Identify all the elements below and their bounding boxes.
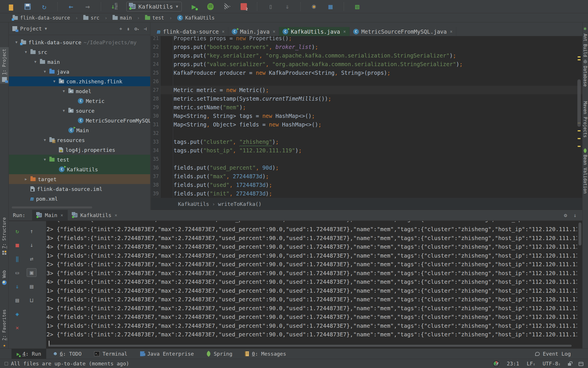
hide-panel-icon[interactable]: ⊣ bbox=[144, 26, 147, 32]
run-tab-main[interactable]: Main× bbox=[32, 210, 67, 221]
tree-expand-arrow[interactable]: ▼ bbox=[61, 109, 66, 113]
breadcrumb-class[interactable]: KafkaUtils bbox=[178, 201, 209, 207]
close-icon[interactable]: × bbox=[273, 29, 275, 34]
pause-output-icon[interactable]: ‖ bbox=[12, 254, 22, 263]
open-project-icon[interactable]: ▆ bbox=[6, 2, 16, 11]
tab-main-java[interactable]: CMain.java× bbox=[228, 27, 279, 36]
down-stack-trace-icon[interactable]: ↓ bbox=[27, 241, 36, 249]
sidebar-item-ant-build[interactable]: ✱Ant Build bbox=[581, 25, 588, 57]
back-icon[interactable]: ← bbox=[66, 2, 76, 11]
run-dock-icon[interactable]: ⇓ bbox=[573, 212, 577, 218]
sidebar-item-web[interactable]: Web bbox=[0, 269, 9, 287]
scroll-to-end-icon[interactable]: ▣ bbox=[27, 268, 36, 277]
close-icon[interactable]: × bbox=[115, 213, 117, 218]
synchronize-icon[interactable]: ↻ bbox=[40, 2, 49, 11]
toolwindow-button-spring[interactable]: Spring bbox=[201, 349, 237, 359]
close-icon[interactable]: × bbox=[61, 213, 63, 218]
collapse-all-icon[interactable]: ⇞ bbox=[127, 26, 130, 32]
run-settings-gear-icon[interactable]: ⚙ bbox=[564, 212, 567, 218]
project-hscrollbar[interactable] bbox=[12, 206, 92, 208]
tree-row-src[interactable]: ▼src bbox=[9, 47, 150, 57]
forward-icon[interactable]: → bbox=[83, 2, 92, 11]
show-screen-icon[interactable]: ▤ bbox=[12, 296, 22, 304]
toolwindow-button-todo[interactable]: ☻6: TODO bbox=[49, 349, 87, 359]
tree-row-com-zhisheng-flink[interactable]: ▼com.zhisheng.flink bbox=[9, 76, 150, 86]
console-hscrollbar[interactable] bbox=[49, 345, 572, 347]
run-configuration-select[interactable]: KafkaUtils ▼ bbox=[126, 2, 182, 12]
coverage-button[interactable] bbox=[223, 2, 232, 11]
tree-row-main[interactable]: ▼main bbox=[9, 57, 150, 67]
attach-profiler-icon[interactable]: ▯ bbox=[266, 2, 275, 11]
toolwindow-button-messages[interactable]: 0: Messages bbox=[240, 349, 291, 359]
unlock-icon[interactable] bbox=[568, 363, 571, 366]
breadcrumb-item-test[interactable]: test bbox=[144, 15, 165, 21]
tree-row-java[interactable]: ▼java bbox=[9, 67, 150, 76]
breadcrumb-item-src[interactable]: src bbox=[82, 15, 101, 21]
tree-row-source[interactable]: ▼source bbox=[9, 106, 150, 116]
dump-threads-icon[interactable]: ⇓ bbox=[283, 2, 292, 11]
tree-row-pom-xml[interactable]: mpom.xml bbox=[9, 194, 150, 204]
code-editor[interactable]: 21 Properties props = new Properties();2… bbox=[151, 36, 582, 198]
sidebar-item-database[interactable]: Database bbox=[581, 60, 588, 87]
console-vscrollbar[interactable] bbox=[579, 223, 581, 246]
gear-icon[interactable]: ⚙▾ bbox=[134, 26, 139, 32]
tree-row-target[interactable]: ▶target bbox=[9, 174, 150, 184]
chevron-down-icon[interactable]: ▼ bbox=[45, 26, 47, 31]
caret-position[interactable]: 23:1 bbox=[507, 361, 519, 367]
breadcrumb-method[interactable]: writeToKafka() bbox=[218, 201, 262, 207]
tree-row-metric[interactable]: CMetric bbox=[9, 96, 150, 106]
tree-expand-arrow[interactable]: ▼ bbox=[42, 70, 47, 74]
tree-row-resources[interactable]: ▼resources bbox=[9, 135, 150, 145]
status-menu-icon[interactable] bbox=[5, 362, 8, 365]
clear-all-icon[interactable]: ⊔ bbox=[27, 296, 36, 304]
tree-row-log4j-properties[interactable]: log4j.properties bbox=[9, 145, 150, 155]
toolwindow-button-javaenterprise[interactable]: Java Enterprise bbox=[135, 349, 199, 359]
tree-expand-arrow[interactable]: ▼ bbox=[33, 60, 38, 64]
tree-row-model[interactable]: ▼model bbox=[9, 86, 150, 96]
event-log-button[interactable]: Event Log bbox=[535, 351, 588, 357]
sidebar-item-project[interactable]: 1: Project bbox=[0, 47, 9, 84]
close-icon[interactable]: × bbox=[343, 29, 346, 34]
sidebar-item-favorites[interactable]: 2: Favorites★ bbox=[0, 308, 9, 350]
stop-icon[interactable]: ■ bbox=[12, 241, 22, 249]
debug-button[interactable] bbox=[206, 2, 215, 11]
tab-kafkautils-java[interactable]: CKafkaUtils.java× bbox=[279, 27, 350, 36]
breadcrumb-item-main[interactable]: main bbox=[111, 15, 133, 21]
save-all-icon[interactable] bbox=[23, 2, 32, 11]
restore-layout-icon[interactable]: ▭ bbox=[12, 268, 22, 277]
update-project-icon[interactable]: ↓011001 bbox=[110, 2, 119, 11]
tab-flink-data-source[interactable]: mflink-data-source× bbox=[154, 27, 228, 36]
install-plugin-icon[interactable]: ▧ bbox=[353, 2, 362, 11]
breadcrumb-item-flink-data-source[interactable]: flink-data-source bbox=[11, 15, 71, 21]
tree-row-flink-data-source-iml[interactable]: flink-data-source.iml bbox=[9, 184, 150, 194]
tree-row-metricsourcefrommysql[interactable]: CMetricSourceFromMySQL bbox=[9, 116, 150, 125]
sidebar-item-structure[interactable]: 7: Structure bbox=[0, 216, 9, 256]
close-icon[interactable]: × bbox=[450, 29, 452, 34]
sidebar-item-maven-projects[interactable]: Maven Projects bbox=[581, 99, 588, 137]
sidebar-item-bean-validation[interactable]: Bean Validation bbox=[581, 149, 588, 193]
stop-button[interactable]: 2 bbox=[239, 2, 248, 11]
tree-expand-arrow[interactable]: ▼ bbox=[24, 50, 28, 54]
print-icon[interactable]: ▤ bbox=[27, 282, 36, 291]
tree-expand-arrow[interactable]: ▼ bbox=[14, 40, 19, 44]
toolwindow-button-run[interactable]: ▶4: Run bbox=[11, 349, 46, 359]
run-tab-kafkautils[interactable]: KafkaUtils× bbox=[68, 210, 122, 221]
tree-row-main[interactable]: CMain bbox=[9, 125, 150, 135]
tree-row-flink-data-source[interactable]: ▼flink-data-source ~/IdeaProjects/my bbox=[9, 37, 150, 47]
profiler-icon[interactable]: ◈ bbox=[12, 310, 22, 318]
tree-expand-arrow[interactable]: ▼ bbox=[52, 79, 57, 83]
console-output[interactable]: 2> {"fields":{"init":2.7244873E7,"max":2… bbox=[47, 221, 577, 348]
editor-scrollbar[interactable] bbox=[577, 79, 581, 127]
close-icon[interactable]: × bbox=[222, 29, 225, 34]
locate-file-icon[interactable]: ⌖ bbox=[119, 26, 122, 32]
ide-errors-icon[interactable] bbox=[579, 362, 583, 366]
settings-icon[interactable]: ⚙ bbox=[309, 2, 318, 11]
tree-expand-arrow[interactable]: ▶ bbox=[24, 177, 28, 181]
tree-expand-arrow[interactable]: ▼ bbox=[61, 89, 66, 93]
toolwindow-button-terminal[interactable]: >_Terminal bbox=[89, 349, 133, 359]
breadcrumb-item-KafkaUtils[interactable]: CKafkaUtils bbox=[176, 15, 216, 21]
tree-expand-arrow[interactable]: ▼ bbox=[42, 158, 47, 162]
tree-row-kafkautils[interactable]: CKafkaUtils bbox=[9, 164, 150, 174]
close-icon[interactable]: × bbox=[12, 323, 22, 332]
up-stack-trace-icon[interactable]: ↑ bbox=[27, 227, 36, 235]
